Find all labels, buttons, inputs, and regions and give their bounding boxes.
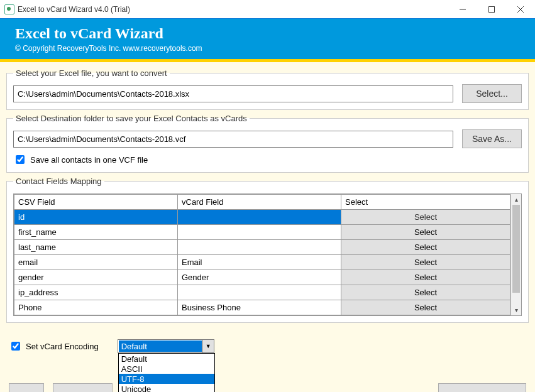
vcard-field-cell[interactable] <box>178 285 341 300</box>
encoding-selected: Default <box>119 340 202 352</box>
scroll-thumb[interactable] <box>512 205 520 293</box>
help-button[interactable]: ? <box>9 383 44 392</box>
table-row[interactable]: idSelect <box>14 210 510 225</box>
table-row[interactable]: PhoneBusiness PhoneSelect <box>14 300 510 315</box>
row-select-button[interactable]: Select <box>341 210 510 225</box>
chevron-down-icon[interactable]: ▼ <box>202 340 214 352</box>
scroll-up[interactable]: ▴ <box>511 194 521 205</box>
encoding-checkbox[interactable] <box>11 342 20 351</box>
header-vcard[interactable]: vCard Field <box>178 195 341 210</box>
destination-group: Select Destination folder to save your E… <box>6 114 529 173</box>
csv-field-cell[interactable]: id <box>14 210 178 225</box>
row-select-button[interactable]: Select <box>341 270 510 285</box>
vcard-field-cell[interactable] <box>178 240 341 255</box>
titlebar: Excel to vCard Wizard v4.0 (Trial) <box>0 0 535 19</box>
copyright-text: © Copyright RecoveryTools Inc. www.recov… <box>15 44 520 53</box>
table-row[interactable]: first_nameSelect <box>14 225 510 240</box>
encoding-option[interactable]: Unicode <box>119 384 214 392</box>
select-file-button[interactable]: Select... <box>462 84 522 103</box>
csv-field-cell[interactable]: last_name <box>14 240 178 255</box>
csv-field-cell[interactable]: Phone <box>14 300 178 315</box>
scroll-down[interactable]: ▾ <box>511 305 521 315</box>
encoding-dropdown-list: DefaultASCIIUTF-8UnicodeUTF-32UTF-7 <box>118 353 215 392</box>
app-title: Excel to vCard Wizard <box>15 25 520 42</box>
table-row[interactable]: last_nameSelect <box>14 240 510 255</box>
mapping-group: Contact Fields Mapping CSV Field vCard F… <box>6 177 529 323</box>
encoding-option[interactable]: ASCII <box>119 364 214 374</box>
table-row[interactable]: emailEmailSelect <box>14 255 510 270</box>
source-legend: Select your Excel file, you want to conv… <box>13 68 170 78</box>
table-row[interactable]: genderGenderSelect <box>14 270 510 285</box>
encoding-option[interactable]: Default <box>119 354 214 364</box>
maximize-button[interactable] <box>477 0 506 18</box>
encoding-combo[interactable]: Default ▼ DefaultASCIIUTF-8UnicodeUTF-32… <box>118 339 214 353</box>
one-vcf-checkbox[interactable] <box>16 155 25 164</box>
csv-field-cell[interactable]: gender <box>14 270 178 285</box>
row-select-button[interactable]: Select <box>341 240 510 255</box>
header-banner: Excel to vCard Wizard © Copyright Recove… <box>0 19 535 59</box>
scroll-track[interactable] <box>511 205 521 305</box>
minimize-button[interactable] <box>448 0 477 18</box>
encoding-option[interactable]: UTF-8 <box>119 374 214 384</box>
table-scrollbar[interactable]: ▴ ▾ <box>510 194 521 315</box>
encoding-label: Set vCard Encoding <box>26 342 99 351</box>
mapping-table: CSV Field vCard Field Select idSelectfir… <box>13 193 522 316</box>
convert-button[interactable]: Convert <box>438 383 526 392</box>
source-group: Select your Excel file, you want to conv… <box>6 68 529 110</box>
vcard-field-cell[interactable]: Business Phone <box>178 300 341 315</box>
close-button[interactable] <box>506 0 535 18</box>
svg-rect-1 <box>489 6 495 12</box>
app-icon <box>4 4 14 14</box>
table-header-row: CSV Field vCard Field Select <box>14 195 510 210</box>
vcard-field-cell[interactable] <box>178 210 341 225</box>
header-select[interactable]: Select <box>341 195 510 210</box>
row-select-button[interactable]: Select <box>341 225 510 240</box>
mapping-legend: Contact Fields Mapping <box>13 177 104 186</box>
save-as-button[interactable]: Save As... <box>462 129 522 148</box>
vcard-field-cell[interactable]: Gender <box>178 270 341 285</box>
one-vcf-label: Save all contacts in one VCF file <box>30 155 148 165</box>
source-path-input[interactable] <box>13 85 453 102</box>
row-select-button[interactable]: Select <box>341 255 510 270</box>
destination-path-input[interactable] <box>13 131 453 148</box>
table-row[interactable]: ip_addressSelect <box>14 285 510 300</box>
window-title: Excel to vCard Wizard v4.0 (Trial) <box>18 5 448 14</box>
row-select-button[interactable]: Select <box>341 300 510 315</box>
header-csv[interactable]: CSV Field <box>14 195 178 210</box>
csv-field-cell[interactable]: email <box>14 255 178 270</box>
row-select-button[interactable]: Select <box>341 285 510 300</box>
window-controls <box>448 0 535 18</box>
buy-now-button[interactable]: Buy Now <box>53 383 113 392</box>
csv-field-cell[interactable]: first_name <box>14 225 178 240</box>
csv-field-cell[interactable]: ip_address <box>14 285 178 300</box>
destination-legend: Select Destination folder to save your E… <box>13 114 250 123</box>
vcard-field-cell[interactable]: Email <box>178 255 341 270</box>
vcard-field-cell[interactable] <box>178 225 341 240</box>
